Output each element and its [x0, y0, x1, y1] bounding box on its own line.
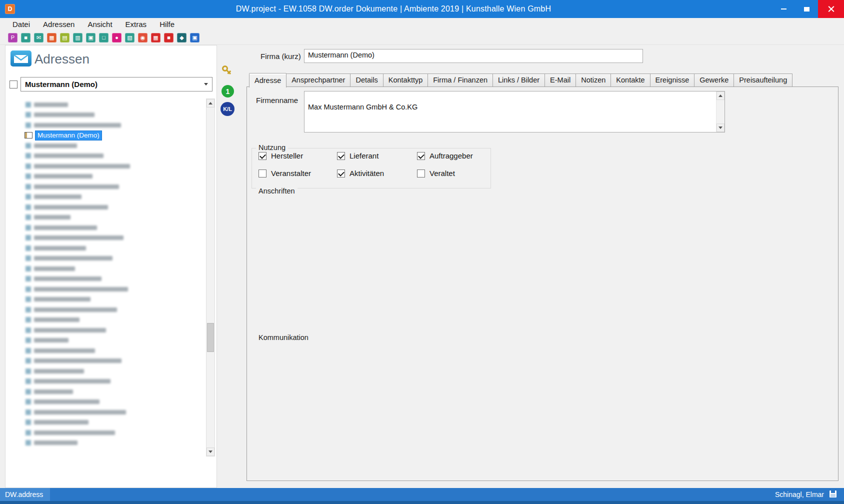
- tree-item-icon: [26, 276, 31, 282]
- tree-item-blurred[interactable]: [26, 294, 90, 304]
- tree-item-blurred[interactable]: [26, 325, 106, 335]
- tab-e-mail[interactable]: E-Mail: [544, 74, 576, 86]
- grid-icon[interactable]: ▦: [47, 33, 56, 42]
- tree-item-blurred[interactable]: [26, 222, 97, 232]
- scroll-down-button[interactable]: [716, 124, 724, 132]
- box-icon[interactable]: ■: [164, 33, 174, 42]
- tree-item-icon: [26, 338, 31, 343]
- menu-extras[interactable]: Extras: [119, 18, 154, 31]
- tree-item-blurred[interactable]: [26, 366, 84, 376]
- scroll-down-button[interactable]: [206, 448, 214, 456]
- address-sidebar: Adressen Mustermann (Demo) Mustermann (D…: [5, 45, 217, 488]
- tree-item-blurred[interactable]: [26, 172, 92, 182]
- tree-item-blurred[interactable]: [26, 418, 88, 428]
- tree-item-blurred[interactable]: [26, 336, 68, 346]
- checkbox-lieferant[interactable]: Lieferant: [337, 152, 417, 160]
- tree-item-blurred[interactable]: [26, 182, 119, 192]
- tree-item-blurred[interactable]: [26, 161, 130, 171]
- link-icon[interactable]: ▣: [190, 33, 200, 42]
- tree-item-blurred[interactable]: [26, 151, 104, 161]
- address-filter-checkbox[interactable]: [10, 80, 18, 88]
- maximize-button[interactable]: [795, 0, 818, 18]
- tree-item-blurred[interactable]: [26, 233, 124, 243]
- firmenname-scrollbar[interactable]: [716, 92, 724, 132]
- tree-item-blurred[interactable]: [26, 428, 115, 438]
- kl-badge[interactable]: K/L: [220, 102, 234, 116]
- count-badge[interactable]: 1: [222, 85, 234, 98]
- print-icon[interactable]: ▥: [73, 33, 82, 42]
- tree-item-blurred[interactable]: [26, 192, 82, 202]
- tab-gewerke[interactable]: Gewerke: [694, 74, 734, 86]
- project-icon[interactable]: P: [8, 33, 18, 42]
- tree-item-blurred[interactable]: [26, 397, 100, 407]
- tree-item-blurred[interactable]: [26, 284, 128, 294]
- checkbox-hersteller[interactable]: Hersteller: [258, 152, 337, 160]
- tree-item-blurred[interactable]: [26, 407, 126, 417]
- checkbox-veranstalter[interactable]: Veranstalter: [258, 169, 337, 178]
- tree-item-icon: [26, 143, 31, 148]
- tree-item-icon: [26, 296, 31, 302]
- tab-links-bilder[interactable]: Links / Bilder: [492, 74, 545, 86]
- tree-list: Mustermann (Demo): [8, 100, 202, 456]
- tree-item-blurred[interactable]: [26, 304, 117, 314]
- tree-item-blurred[interactable]: [26, 376, 110, 386]
- minimize-button[interactable]: [772, 0, 795, 18]
- tab-preisaufteilung[interactable]: Preisaufteilung: [734, 74, 792, 86]
- contact-icon[interactable]: ◉: [138, 33, 148, 42]
- close-button[interactable]: [818, 0, 844, 18]
- tab-firma-finanzen[interactable]: Firma / Finanzen: [428, 74, 493, 86]
- status-bar: DW.address Schinagl, Elmar: [0, 488, 844, 501]
- tree-item-blurred[interactable]: [26, 212, 70, 222]
- checkbox-veraltet[interactable]: Veraltet: [417, 169, 492, 178]
- tree-item-blurred[interactable]: [26, 264, 75, 274]
- tree-item-blurred[interactable]: [26, 274, 102, 284]
- mail-icon[interactable]: ✉: [34, 33, 44, 42]
- tree-item-blurred[interactable]: [26, 315, 80, 325]
- address-combobox[interactable]: Mustermann (Demo): [20, 77, 212, 92]
- chart-icon[interactable]: ▧: [125, 33, 134, 42]
- tree-item-blurred[interactable]: [26, 202, 108, 212]
- tab-ansprechpartner[interactable]: Ansprechpartner: [286, 74, 350, 86]
- tab-notizen[interactable]: Notizen: [576, 74, 611, 86]
- firma-kurz-input[interactable]: Mustermann (Demo): [304, 49, 643, 63]
- menu-adressen[interactable]: Adressen: [36, 18, 81, 31]
- tree-item-blurred[interactable]: [26, 100, 68, 110]
- tree-item-blurred[interactable]: [26, 110, 94, 120]
- tree-item-blurred[interactable]: [26, 140, 77, 150]
- tree-scrollbar[interactable]: [206, 98, 215, 456]
- scroll-up-button[interactable]: [716, 92, 724, 100]
- record-icon[interactable]: ●: [112, 33, 122, 42]
- key-icon[interactable]: [221, 64, 233, 78]
- tab-kontakte[interactable]: Kontakte: [610, 74, 650, 86]
- binocular-icon[interactable]: ◆: [177, 33, 186, 42]
- package-icon[interactable]: □: [99, 33, 108, 42]
- menu-hilfe[interactable]: Hilfe: [153, 18, 181, 31]
- checkbox-label: Aktivitäten: [350, 169, 384, 178]
- tab-ereignisse[interactable]: Ereignisse: [650, 74, 695, 86]
- tree-item-blurred[interactable]: [26, 356, 122, 366]
- tree-item-blurred[interactable]: [26, 120, 121, 130]
- shield-icon[interactable]: ▣: [86, 33, 96, 42]
- tab-details[interactable]: Details: [350, 74, 383, 86]
- tree-item-blurred[interactable]: [26, 243, 86, 253]
- firmenname-textarea[interactable]: Max Mustermann GmbH & Co.KG: [304, 91, 725, 132]
- maximize-icon: [804, 7, 810, 12]
- tree-item-blurred[interactable]: [26, 254, 112, 264]
- tree-item-blurred[interactable]: [26, 386, 73, 396]
- cube-icon[interactable]: ■: [21, 33, 30, 42]
- menu-ansicht[interactable]: Ansicht: [81, 18, 118, 31]
- tree-item-selected[interactable]: Mustermann (Demo): [24, 130, 102, 140]
- tree-item-blurred[interactable]: [26, 438, 78, 448]
- tab-adresse[interactable]: Adresse: [249, 73, 286, 88]
- tree-scrollbar-thumb[interactable]: [207, 323, 214, 352]
- tab-kontakttyp[interactable]: Kontakttyp: [383, 74, 428, 86]
- scroll-up-button[interactable]: [206, 99, 214, 108]
- tree-item-blurred[interactable]: [26, 346, 95, 356]
- checkbox-auftraggeber[interactable]: Auftraggeber: [417, 152, 492, 160]
- menu-datei[interactable]: Datei: [6, 18, 36, 31]
- window-title: DW.project - EW.1058 DW.order Dokumente …: [15, 4, 772, 14]
- calendar-icon[interactable]: ▦: [151, 33, 160, 42]
- folder-icon[interactable]: ▤: [60, 33, 70, 42]
- checkbox-aktivitäten[interactable]: Aktivitäten: [337, 169, 417, 178]
- tab-strip: AdresseAnsprechpartnerDetailsKontakttypF…: [249, 72, 792, 87]
